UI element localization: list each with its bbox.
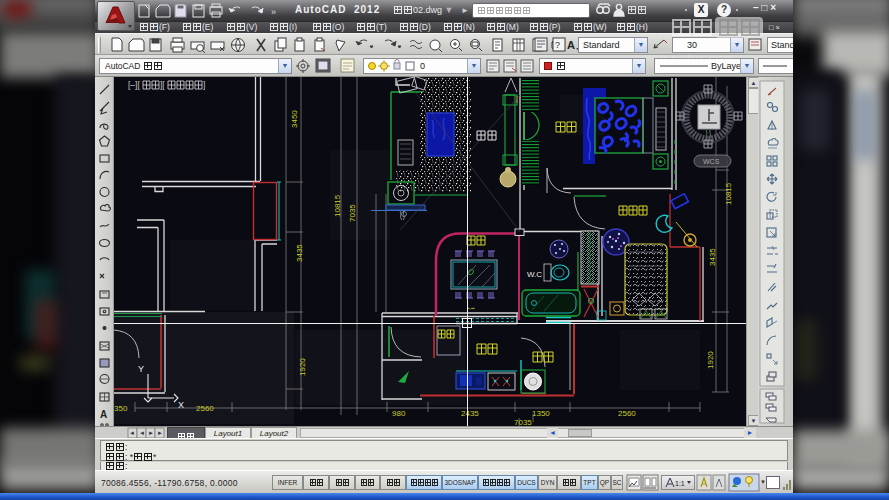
svg-text:3450: 3450 <box>290 110 299 128</box>
svg-text:1350: 1350 <box>532 409 550 418</box>
svg-text:980: 980 <box>392 409 406 418</box>
svg-text:◄: ◄ <box>129 430 135 436</box>
svg-text:►: ► <box>157 430 163 436</box>
svg-text:◄: ◄ <box>139 430 145 436</box>
svg-text:Y: Y <box>138 364 144 374</box>
svg-text:350: 350 <box>114 404 128 413</box>
svg-text:7035: 7035 <box>348 204 357 222</box>
svg-text:X: X <box>178 400 184 410</box>
svg-text:W.C: W.C <box>527 270 542 279</box>
svg-text:3435: 3435 <box>708 248 717 266</box>
svg-text:►: ► <box>148 430 154 436</box>
svg-text:][: ][ <box>160 80 165 90</box>
svg-text:2560: 2560 <box>618 409 636 418</box>
svg-text:3435: 3435 <box>295 244 304 262</box>
svg-text:?: ? <box>555 40 560 50</box>
svg-text:▪.▪▪: ▪.▪▪ <box>468 305 475 311</box>
svg-text:[–][: [–][ <box>128 80 140 90</box>
svg-text:2560: 2560 <box>196 404 214 413</box>
svg-text:]: ] <box>203 80 205 90</box>
svg-text:10815: 10815 <box>724 182 733 205</box>
svg-text:1920: 1920 <box>706 351 715 369</box>
svg-text:10815: 10815 <box>333 194 342 217</box>
svg-text:2435: 2435 <box>461 409 479 418</box>
svg-text:A: A <box>100 409 107 420</box>
svg-text:»: » <box>271 7 276 17</box>
svg-text:1:1: 1:1 <box>675 480 685 487</box>
svg-text:WCS: WCS <box>703 158 720 165</box>
svg-text:A: A <box>567 39 575 51</box>
svg-text:1920: 1920 <box>298 358 307 376</box>
